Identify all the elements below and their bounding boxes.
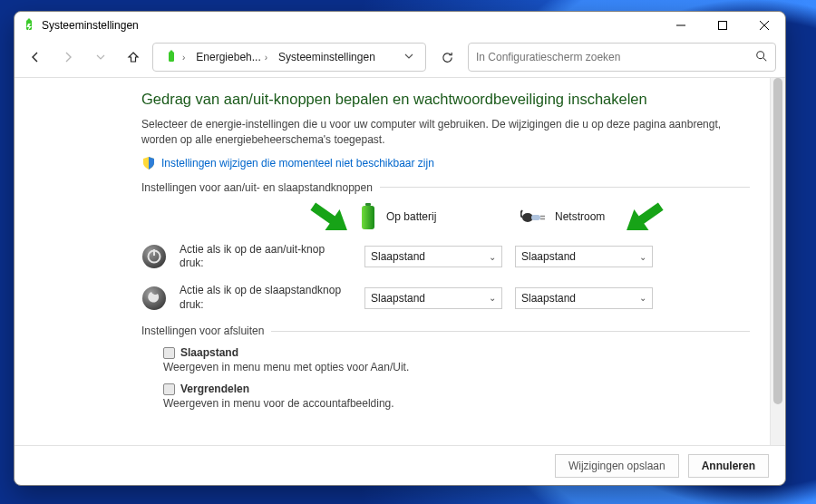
save-changes-button[interactable]: Wijzigingen opslaan xyxy=(555,454,679,478)
option-name: Slaapstand xyxy=(180,346,238,359)
dropdown-value: Slaapstand xyxy=(371,292,489,305)
scrollbar-thumb[interactable] xyxy=(773,78,782,404)
power-sleep-buttons-group: Instellingen voor aan/uit- en slaapstand… xyxy=(141,181,750,312)
svg-line-10 xyxy=(313,206,335,221)
minimize-button[interactable] xyxy=(660,12,702,39)
power-button-action-label: Actie als ik op de aan/uit-knop druk: xyxy=(180,243,352,271)
chevron-right-icon: › xyxy=(265,53,267,63)
annotation-arrow-left xyxy=(301,190,352,241)
shutdown-option-slaapstand: Slaapstand Weergeven in menu menu met op… xyxy=(163,346,750,373)
svg-point-8 xyxy=(757,51,764,58)
maximize-button[interactable] xyxy=(702,12,743,39)
power-options-app-icon xyxy=(22,18,36,33)
address-breadcrumb[interactable]: › Energiebeh... › Systeeminstellingen xyxy=(152,43,426,72)
dropdown-value: Slaapstand xyxy=(371,250,489,263)
up-button[interactable] xyxy=(120,44,147,71)
option-description: Weergeven in menu voor de accountafbeeld… xyxy=(163,397,750,410)
breadcrumb-label: Energiebeh... xyxy=(196,51,260,63)
search-icon xyxy=(755,50,768,65)
chevron-down-icon: ⌄ xyxy=(639,293,646,303)
refresh-button[interactable] xyxy=(432,43,462,72)
control-panel-window: Systeeminstellingen xyxy=(14,11,786,486)
navigation-bar: › Energiebeh... › Systeeminstellingen xyxy=(15,39,785,75)
history-dropdown-button[interactable] xyxy=(87,44,114,71)
sleep-button-action-row: Actie als ik op de slaapstandknop druk: … xyxy=(141,284,750,312)
power-button-battery-dropdown[interactable]: Slaapstand ⌄ xyxy=(364,246,502,267)
uac-change-link-row: Instellingen wijzigen die momenteel niet… xyxy=(141,156,750,170)
ac-mode-header: Netstroom xyxy=(520,208,658,225)
power-mode-header-row: Op batterij Netstroom xyxy=(141,203,750,230)
close-button[interactable] xyxy=(743,12,785,39)
cancel-button[interactable]: Annuleren xyxy=(688,454,769,478)
search-field[interactable] xyxy=(468,43,776,72)
change-unavailable-settings-link[interactable]: Instellingen wijzigen die momenteel niet… xyxy=(161,157,434,170)
chevron-right-icon: › xyxy=(182,53,185,63)
content-area: Gedrag van aan/uit-knoppen bepalen en wa… xyxy=(15,78,785,445)
power-button-icon xyxy=(141,244,167,269)
sleep-button-icon xyxy=(141,286,167,311)
page-description: Selecteer de energie-instellingen die u … xyxy=(141,117,740,149)
svg-rect-12 xyxy=(365,203,371,206)
chevron-down-icon: ⌄ xyxy=(489,293,496,303)
battery-icon xyxy=(359,203,377,230)
title-bar: Systeeminstellingen xyxy=(15,12,785,39)
breadcrumb-power-icon: › xyxy=(159,50,190,64)
forward-button[interactable] xyxy=(54,44,82,71)
breadcrumb-energiebeheer[interactable]: Energiebeh... › xyxy=(190,51,273,63)
vertical-scrollbar[interactable] xyxy=(770,78,785,445)
back-button[interactable] xyxy=(22,44,49,71)
uac-shield-icon xyxy=(141,156,156,170)
sleep-button-action-label: Actie als ik op de slaapstandknop druk: xyxy=(180,284,352,312)
page-heading: Gedrag van aan/uit-knoppen bepalen en wa… xyxy=(141,91,750,108)
group-legend: Instellingen voor aan/uit- en slaapstand… xyxy=(141,181,373,194)
battery-mode-header: Op batterij xyxy=(359,203,497,230)
svg-rect-3 xyxy=(719,22,727,30)
window-controls xyxy=(660,12,785,39)
option-name: Vergrendelen xyxy=(180,383,249,395)
breadcrumb-dropdown-button[interactable] xyxy=(398,51,420,63)
chevron-down-icon: ⌄ xyxy=(639,252,646,262)
svg-rect-6 xyxy=(169,52,174,62)
ac-mode-label: Netstroom xyxy=(555,210,605,223)
dialog-button-bar: Wijzigingen opslaan Annuleren xyxy=(15,445,785,485)
vergrendelen-checkbox[interactable] xyxy=(163,383,175,395)
group-legend: Instellingen voor afsluiten xyxy=(141,325,264,337)
svg-rect-15 xyxy=(531,215,540,220)
slaapstand-checkbox[interactable] xyxy=(163,347,175,359)
sleep-button-ac-dropdown[interactable]: Slaapstand ⌄ xyxy=(515,287,653,309)
breadcrumb-label: Systeeminstellingen xyxy=(278,51,375,63)
svg-line-9 xyxy=(763,57,767,61)
svg-rect-1 xyxy=(28,19,31,21)
chevron-down-icon: ⌄ xyxy=(489,252,496,262)
svg-rect-7 xyxy=(170,51,173,53)
search-input[interactable] xyxy=(476,51,750,63)
shutdown-settings-group: Instellingen voor afsluiten Slaapstand W… xyxy=(141,325,750,410)
dropdown-value: Slaapstand xyxy=(521,292,639,305)
svg-marker-11 xyxy=(325,209,352,240)
svg-point-20 xyxy=(142,245,166,268)
dropdown-value: Slaapstand xyxy=(521,250,639,263)
window-title: Systeeminstellingen xyxy=(42,19,660,32)
breadcrumb-systeeminstellingen[interactable]: Systeeminstellingen xyxy=(273,51,381,63)
battery-mode-label: Op batterij xyxy=(386,210,436,223)
power-button-ac-dropdown[interactable]: Slaapstand ⌄ xyxy=(515,246,653,267)
sleep-button-battery-dropdown[interactable]: Slaapstand ⌄ xyxy=(364,287,502,309)
svg-rect-13 xyxy=(362,206,374,229)
shutdown-option-vergrendelen: Vergrendelen Weergeven in menu voor de a… xyxy=(163,383,750,410)
power-button-action-row: Actie als ik op de aan/uit-knop druk: Sl… xyxy=(141,243,750,271)
power-plug-icon xyxy=(520,208,546,225)
option-description: Weergeven in menu menu met opties voor A… xyxy=(163,361,750,373)
